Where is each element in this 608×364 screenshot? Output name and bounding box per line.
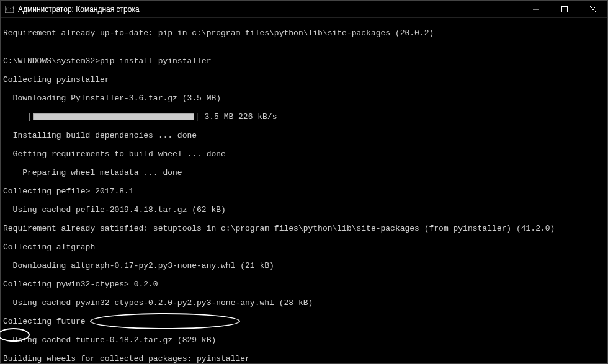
output-line: Downloading altgraph-0.17-py2.py3-none-a…: [3, 261, 605, 270]
titlebar[interactable]: C:\ Администратор: Командная строка: [1, 1, 607, 18]
maximize-button[interactable]: [550, 1, 579, 17]
svg-text:C:\: C:\: [6, 7, 14, 12]
output-line: Collecting pywin32-ctypes>=0.2.0: [3, 280, 605, 289]
output-line: Using cached pywin32_ctypes-0.2.0-py2.py…: [3, 298, 605, 308]
output-line: Collecting altgraph: [3, 242, 605, 252]
progress-line: || 3.5 MB 226 kB/s: [3, 112, 605, 122]
close-icon: [590, 6, 596, 12]
output-line: Collecting future: [3, 317, 605, 326]
output-line: Preparing wheel metadata ... done: [3, 168, 605, 177]
progress-pad: [3, 112, 27, 122]
output-line: Using cached pefile-2019.4.18.tar.gz (62…: [3, 205, 605, 215]
terminal-output[interactable]: Requirement already up-to-date: pip in c…: [1, 18, 607, 363]
maximize-icon: [561, 6, 568, 12]
window-title: Администратор: Командная строка: [18, 5, 522, 14]
output-line: C:\WINDOWS\system32>pip install pyinstal…: [3, 56, 605, 66]
minimize-icon: [533, 6, 539, 12]
close-button[interactable]: [579, 1, 607, 17]
output-line: Collecting pefile>=2017.8.1: [3, 187, 605, 196]
output-line: Using cached future-0.18.2.tar.gz (829 k…: [3, 335, 605, 345]
svg-rect-3: [562, 6, 568, 12]
output-line: Installing build dependencies ... done: [3, 131, 605, 140]
progress-label: | 3.5 MB 226 kB/s: [195, 112, 277, 122]
output-line: Downloading PyInstaller-3.6.tar.gz (3.5 …: [3, 94, 605, 103]
output-line: Getting requirements to build wheel ... …: [3, 149, 605, 159]
output-line: Building wheels for collected packages: …: [3, 354, 605, 363]
window-controls: [522, 1, 607, 17]
minimize-button[interactable]: [522, 1, 550, 17]
cmd-icon: C:\: [4, 4, 14, 14]
progress-fill: [34, 114, 194, 120]
output-line: Collecting pyinstaller: [3, 75, 605, 84]
output-line: Requirement already up-to-date: pip in c…: [3, 29, 605, 38]
output-line: Requirement already satisfied: setuptool…: [3, 224, 605, 233]
cmd-window: C:\ Администратор: Командная строка Requ…: [0, 0, 608, 364]
progress-wrap: || 3.5 MB 226 kB/s: [27, 112, 277, 122]
progress-bar: [33, 113, 194, 120]
